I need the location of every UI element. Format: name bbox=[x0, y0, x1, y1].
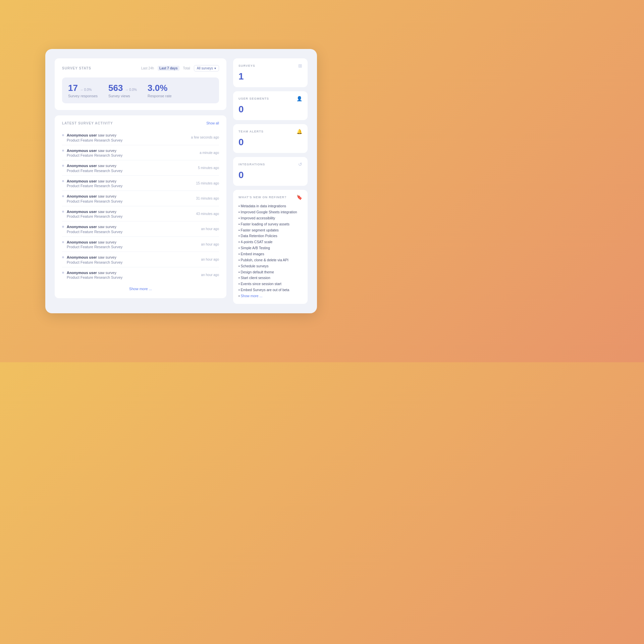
stats-numbers: 17 → 0.0% Survey responses 563 → 0.0% Su… bbox=[62, 77, 219, 103]
activity-left: Anonymous user saw survey Product Featur… bbox=[62, 178, 122, 188]
stats-title: SURVEY STATS bbox=[62, 66, 91, 70]
dot bbox=[62, 150, 64, 152]
responses-value: 17 bbox=[68, 83, 78, 93]
integrations-value: 0 bbox=[238, 170, 302, 180]
activity-text: Anonymous user saw survey bbox=[67, 148, 122, 154]
whats-new-title: WHAT'S NEW ON REFINER? bbox=[238, 196, 286, 199]
whats-new-item: Embed images bbox=[238, 251, 302, 257]
activity-text: Anonymous user saw survey bbox=[67, 194, 122, 199]
bookmark-icon: 🔖 bbox=[297, 195, 302, 200]
table-icon: ⊞ bbox=[298, 63, 302, 68]
activity-time: 43 minutes ago bbox=[196, 212, 219, 216]
survey-stats-card: SURVEY STATS Last 24h Last 7 days Total … bbox=[55, 58, 226, 110]
activity-row: Anonymous user saw survey Product Featur… bbox=[62, 206, 219, 222]
whats-new-list: Metadata in data integrationsImproved Go… bbox=[238, 203, 302, 299]
activity-survey: Product Feature Research Survey bbox=[67, 153, 122, 157]
whats-new-item: Improved Google Sheets integration bbox=[238, 209, 302, 215]
activity-left: Anonymous user saw survey Product Featur… bbox=[62, 132, 122, 142]
activity-text: Anonymous user saw survey bbox=[67, 178, 122, 184]
activity-row: Anonymous user saw survey Product Featur… bbox=[62, 267, 219, 282]
activity-row: Anonymous user saw survey Product Featur… bbox=[62, 145, 219, 161]
activity-text: Anonymous user saw survey bbox=[67, 163, 122, 169]
surveys-dropdown[interactable]: All surveys ▾ bbox=[194, 65, 219, 71]
activity-survey: Product Feature Research Survey bbox=[67, 138, 122, 142]
activity-survey: Product Feature Research Survey bbox=[67, 199, 122, 203]
activity-header: LATEST SURVEY ACTIVITY Show all bbox=[62, 121, 219, 125]
surveys-card: SURVEYS ⊞ 1 bbox=[233, 58, 308, 87]
dot bbox=[62, 195, 64, 197]
whats-new-item: Data Retention Policies bbox=[238, 233, 302, 239]
filter-7days[interactable]: Last 7 days bbox=[158, 66, 179, 71]
activity-left: Anonymous user saw survey Product Featur… bbox=[62, 224, 122, 234]
responses-delta: → 0.0% bbox=[80, 88, 92, 92]
activity-left: Anonymous user saw survey Product Featur… bbox=[62, 163, 122, 173]
activity-text: Anonymous user saw survey bbox=[67, 132, 122, 138]
dot bbox=[62, 256, 64, 258]
whats-new-item: Start client session bbox=[238, 275, 302, 281]
dot bbox=[62, 165, 64, 167]
whats-new-item: Faster segment updates bbox=[238, 227, 302, 233]
team-alerts-value: 0 bbox=[238, 137, 302, 148]
views-delta: → 0.0% bbox=[125, 88, 137, 92]
show-all-link[interactable]: Show all bbox=[206, 121, 219, 125]
activity-left: Anonymous user saw survey Product Featur… bbox=[62, 148, 122, 158]
activity-survey: Product Feature Research Survey bbox=[67, 214, 122, 218]
whats-new-item: Events since session start bbox=[238, 281, 302, 287]
activity-text: Anonymous user saw survey bbox=[67, 255, 122, 260]
whats-new-item: Improved accessibility bbox=[238, 215, 302, 221]
surveys-card-title: SURVEYS bbox=[238, 64, 255, 67]
user-segments-value: 0 bbox=[238, 104, 302, 115]
whats-new-item: Publish, clone & delete via API bbox=[238, 257, 302, 263]
activity-row: Anonymous user saw survey Product Featur… bbox=[62, 252, 219, 267]
activity-row: Anonymous user saw survey Product Featur… bbox=[62, 221, 219, 237]
activity-row: Anonymous user saw survey Product Featur… bbox=[62, 130, 219, 145]
filter-24h[interactable]: Last 24h bbox=[140, 66, 156, 71]
views-label: Survey views bbox=[108, 94, 137, 98]
whats-new-item[interactable]: Show more ... bbox=[238, 293, 302, 299]
activity-title: LATEST SURVEY ACTIVITY bbox=[62, 121, 113, 125]
whats-new-item: Schedule surveys bbox=[238, 263, 302, 269]
show-more-link[interactable]: Show more ... bbox=[62, 282, 219, 292]
dot bbox=[62, 241, 64, 243]
activity-text: Anonymous user saw survey bbox=[67, 270, 122, 276]
activity-survey: Product Feature Research Survey bbox=[67, 169, 122, 173]
activity-text: Anonymous user saw survey bbox=[67, 224, 122, 230]
activity-left: Anonymous user saw survey Product Featur… bbox=[62, 239, 122, 249]
user-segments-card: USER SEGMENTS 👤 0 bbox=[233, 91, 308, 120]
whats-new-item: Faster loading of survey assets bbox=[238, 221, 302, 227]
refresh-icon: ↺ bbox=[298, 162, 302, 167]
activity-time: an hour ago bbox=[201, 273, 219, 277]
dot bbox=[62, 226, 64, 228]
activity-time: an hour ago bbox=[201, 258, 219, 261]
activity-row: Anonymous user saw survey Product Featur… bbox=[62, 237, 219, 252]
team-alerts-title: TEAM ALERTS bbox=[238, 130, 264, 133]
integrations-title: INTEGRATIONS bbox=[238, 163, 265, 166]
whats-new-item: Simple A/B Testing bbox=[238, 245, 302, 251]
activity-list: Anonymous user saw survey Product Featur… bbox=[62, 130, 219, 282]
users-icon: 👤 bbox=[297, 96, 302, 101]
chevron-down-icon: ▾ bbox=[214, 66, 216, 70]
stat-views: 563 → 0.0% Survey views bbox=[108, 83, 137, 98]
filter-total[interactable]: Total bbox=[181, 66, 192, 71]
team-alerts-card: TEAM ALERTS 🔔 0 bbox=[233, 124, 308, 153]
activity-left: Anonymous user saw survey Product Featur… bbox=[62, 194, 122, 203]
stats-header: SURVEY STATS Last 24h Last 7 days Total … bbox=[62, 65, 219, 71]
right-panel: SURVEYS ⊞ 1 USER SEGMENTS 👤 0 TEAM ALERT… bbox=[233, 58, 308, 304]
dot bbox=[62, 272, 64, 274]
stat-rate: 3.0% Response rate bbox=[148, 83, 172, 98]
rate-label: Response rate bbox=[148, 94, 172, 98]
activity-survey: Product Feature Research Survey bbox=[67, 245, 122, 249]
dot bbox=[62, 211, 64, 213]
activity-time: an hour ago bbox=[201, 227, 219, 231]
surveys-value: 1 bbox=[238, 71, 302, 82]
stat-responses: 17 → 0.0% Survey responses bbox=[68, 83, 98, 98]
whats-new-item: Design default theme bbox=[238, 269, 302, 275]
time-filters: Last 24h Last 7 days Total All surveys ▾ bbox=[140, 65, 219, 71]
activity-left: Anonymous user saw survey Product Featur… bbox=[62, 209, 122, 219]
activity-time: 31 minutes ago bbox=[196, 197, 219, 200]
whats-new-card: WHAT'S NEW ON REFINER? 🔖 Metadata in dat… bbox=[233, 190, 308, 304]
whats-new-item: Embed Surveys are out of beta bbox=[238, 287, 302, 293]
dot bbox=[62, 180, 64, 182]
activity-time: an hour ago bbox=[201, 243, 219, 246]
responses-label: Survey responses bbox=[68, 94, 98, 98]
